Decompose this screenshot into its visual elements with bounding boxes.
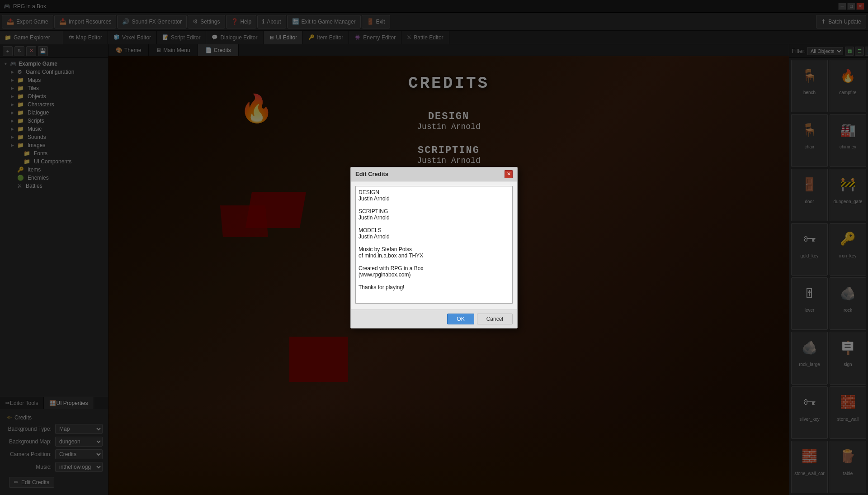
credits-textarea[interactable] [355, 186, 513, 304]
modal-close-button[interactable]: ✕ [505, 170, 513, 178]
ok-button[interactable]: OK [447, 314, 474, 324]
cancel-button[interactable]: Cancel [477, 314, 513, 324]
modal-title: Edit Credits [355, 171, 388, 177]
modal-footer: OK Cancel [351, 309, 517, 328]
modal-overlay: Edit Credits ✕ OK Cancel [0, 0, 868, 495]
edit-credits-modal: Edit Credits ✕ OK Cancel [350, 167, 518, 328]
modal-body [351, 181, 517, 309]
modal-header: Edit Credits ✕ [351, 167, 517, 181]
